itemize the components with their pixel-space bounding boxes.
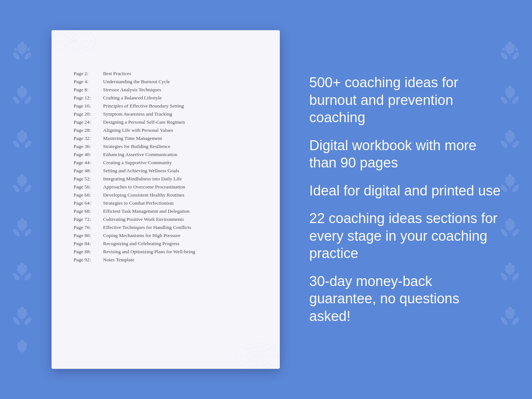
toc-item: Page 48:Setting and Achieving Wellness G… xyxy=(74,167,258,175)
toc-item-text: Principles of Effective Boundary Setting xyxy=(103,103,184,109)
toc-item: Page 92:Notes Template xyxy=(74,256,258,264)
toc-item-text: Effective Techniques for Handling Confli… xyxy=(103,225,191,230)
toc-item-text: Designing a Personal Self-Care Regimen xyxy=(103,119,185,125)
toc-item-text: Notes Template xyxy=(103,257,134,263)
svg-point-129 xyxy=(241,347,274,366)
svg-point-122 xyxy=(63,36,85,47)
toc-item: Page 4:Understanding the Burnout Cycle xyxy=(74,78,258,86)
toc-item-text: Understanding the Burnout Cycle xyxy=(103,79,170,85)
toc-item-text: Best Practices xyxy=(103,71,131,77)
table-of-contents: Page 2:Best PracticesPage 4:Understandin… xyxy=(74,70,258,264)
toc-page-number: Page 48: xyxy=(74,168,103,174)
toc-item: Page 56:Approaches to Overcome Procrasti… xyxy=(74,183,258,191)
toc-item: Page 32:Mastering Time Management xyxy=(74,134,258,142)
toc-item: Page 64:Strategies to Combat Perfectioni… xyxy=(74,199,258,207)
toc-item-text: Revising and Optimizing Plans for Well-b… xyxy=(103,249,195,255)
svg-line-134 xyxy=(241,345,274,367)
feature-text-2: Digital workbook with more than 90 pages xyxy=(309,137,503,172)
toc-page-number: Page 84: xyxy=(74,241,103,247)
toc-item: Page 2:Best Practices xyxy=(74,70,258,78)
toc-item-text: Recognizing and Celebrating Progress xyxy=(103,241,179,247)
toc-item-text: Creating a Supportive Community xyxy=(103,160,172,166)
toc-page-number: Page 64: xyxy=(74,200,103,206)
feature-text-3: Ideal for digital and printed use xyxy=(309,182,503,200)
toc-item-text: Approaches to Overcome Procrastination xyxy=(103,184,185,190)
toc-item-text: Strategies for Building Resilience xyxy=(103,144,170,149)
feature-text-5: 30-day money-back guarantee, no question… xyxy=(309,273,503,325)
toc-item: Page 20:Symptom Awareness and Tracking xyxy=(74,110,258,118)
toc-page-number: Page 16: xyxy=(74,103,103,109)
toc-page-number: Page 92: xyxy=(74,257,103,263)
toc-item: Page 28:Aligning Life with Personal Valu… xyxy=(74,126,258,134)
toc-page-number: Page 28: xyxy=(74,127,103,133)
toc-item: Page 16:Principles of Effective Boundary… xyxy=(74,102,258,110)
toc-page-number: Page 88: xyxy=(74,249,103,255)
svg-point-128 xyxy=(236,343,280,369)
toc-page-number: Page 8: xyxy=(74,87,103,93)
right-panel: 500+ coaching ideas for burnout and prev… xyxy=(302,74,503,325)
toc-page-number: Page 24: xyxy=(74,119,103,125)
toc-page-number: Page 68: xyxy=(74,208,103,214)
toc-item: Page 12:Crafting a Balanced Lifestyle xyxy=(74,94,258,102)
toc-item-text: Mastering Time Management xyxy=(103,135,162,141)
watermark-bottom-right xyxy=(228,338,280,369)
toc-item: Page 8:Stressor Analysis Techniques xyxy=(74,86,258,94)
toc-page-number: Page 12: xyxy=(74,95,103,101)
toc-item: Page 84:Recognizing and Celebrating Prog… xyxy=(74,240,258,248)
toc-item: Page 80:Coping Mechanisms for High Press… xyxy=(74,232,258,240)
toc-item: Page 88:Revising and Optimizing Plans fo… xyxy=(74,248,258,256)
toc-page-number: Page 56: xyxy=(74,184,103,190)
toc-item: Page 36:Strategies for Building Resilien… xyxy=(74,142,258,151)
toc-item-text: Setting and Achieving Wellness Goals xyxy=(103,168,179,174)
main-content: Page 2:Best PracticesPage 4:Understandin… xyxy=(0,0,532,399)
toc-item: Page 76:Effective Techniques for Handlin… xyxy=(74,223,258,232)
toc-item: Page 44:Creating a Supportive Community xyxy=(74,159,258,167)
toc-item-text: Aligning Life with Personal Values xyxy=(103,127,173,133)
toc-item-text: Symptom Awareness and Tracking xyxy=(103,111,172,117)
document-panel: Page 2:Best PracticesPage 4:Understandin… xyxy=(52,30,280,369)
toc-item-text: Cultivating Positive Work Environments xyxy=(103,216,184,222)
toc-item-text: Coping Mechanisms for High Pressure xyxy=(103,233,180,239)
toc-item: Page 68:Efficient Task Management and De… xyxy=(74,207,258,215)
toc-page-number: Page 44: xyxy=(74,160,103,166)
svg-point-130 xyxy=(247,351,269,362)
toc-item: Page 24:Designing a Personal Self-Care R… xyxy=(74,118,258,126)
toc-item-text: Crafting a Balanced Lifestyle xyxy=(103,95,162,101)
toc-page-number: Page 76: xyxy=(74,225,103,230)
toc-item-text: Enhancing Assertive Communication xyxy=(103,152,177,158)
svg-point-121 xyxy=(57,32,90,50)
toc-item: Page 60:Developing Consistent Healthy Ro… xyxy=(74,191,258,199)
feature-text-1: 500+ coaching ideas for burnout and prev… xyxy=(309,74,503,127)
document-title xyxy=(74,49,258,59)
toc-page-number: Page 40: xyxy=(74,152,103,158)
toc-page-number: Page 60: xyxy=(74,192,103,198)
toc-item-text: Developing Consistent Healthy Routines xyxy=(103,192,184,198)
toc-item-text: Strategies to Combat Perfectionism xyxy=(103,200,174,206)
toc-item-text: Integrating Mindfulness into Daily Life xyxy=(103,176,182,182)
feature-text-4: 22 coaching ideas sections for every sta… xyxy=(309,210,503,262)
toc-page-number: Page 32: xyxy=(74,135,103,141)
toc-item: Page 52:Integrating Mindfulness into Dai… xyxy=(74,175,258,183)
toc-page-number: Page 72: xyxy=(74,216,103,222)
toc-page-number: Page 80: xyxy=(74,233,103,239)
toc-item: Page 72:Cultivating Positive Work Enviro… xyxy=(74,215,258,223)
document-header xyxy=(74,49,258,59)
toc-page-number: Page 20: xyxy=(74,111,103,117)
toc-item: Page 40:Enhancing Assertive Communicatio… xyxy=(74,151,258,159)
svg-line-135 xyxy=(241,345,274,367)
toc-page-number: Page 4: xyxy=(74,79,103,85)
toc-page-number: Page 52: xyxy=(74,176,103,182)
svg-point-131 xyxy=(255,353,261,359)
toc-item-text: Stressor Analysis Techniques xyxy=(103,87,161,93)
svg-point-123 xyxy=(71,38,77,44)
toc-page-number: Page 36: xyxy=(74,144,103,149)
toc-item-text: Efficient Task Management and Delegation xyxy=(103,208,190,214)
toc-page-number: Page 2: xyxy=(74,71,103,77)
